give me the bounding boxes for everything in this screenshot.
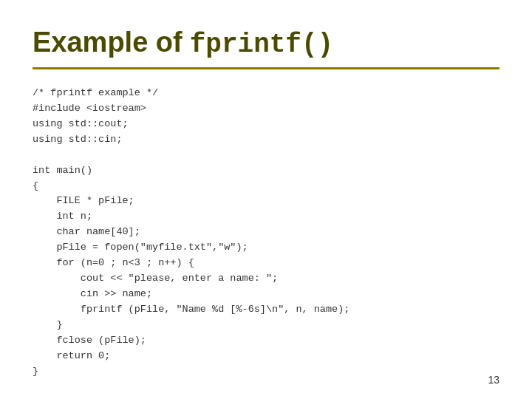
code-line: int main()	[33, 163, 499, 179]
code-block: /* fprintf example */#include <iostream>…	[33, 86, 499, 380]
title-area: Example of fprintf()	[33, 27, 499, 69]
title-plain-text: Example of	[33, 27, 183, 58]
code-line: int n;	[33, 209, 499, 225]
code-line: fclose (pFile);	[33, 333, 499, 349]
code-line: /* fprintf example */	[33, 86, 499, 101]
code-line: }	[33, 364, 499, 380]
code-line: pFile = fopen("myfile.txt","w");	[33, 240, 499, 256]
page-number: 13	[488, 374, 499, 386]
code-line: for (n=0 ; n<3 ; n++) {	[33, 256, 499, 271]
code-line: cout << "please, enter a name: ";	[33, 271, 499, 287]
code-line: }	[33, 318, 499, 333]
code-line: fprintf (pFile, "Name %d [%-6s]\n", n, n…	[33, 302, 499, 318]
code-line: using std::cout;	[33, 117, 499, 132]
slide: Example of fprintf() /* fprintf example …	[0, 0, 532, 399]
code-line: char name[40];	[33, 225, 499, 240]
code-line: #include <iostream>	[33, 101, 499, 117]
code-line: cin >> name;	[33, 287, 499, 302]
code-line: return 0;	[33, 349, 499, 364]
code-line: FILE * pFile;	[33, 194, 499, 209]
code-line: {	[33, 179, 499, 194]
title-code-text: fprintf()	[190, 30, 333, 60]
code-line: using std::cin;	[33, 132, 499, 148]
code-line	[33, 148, 499, 163]
slide-title: Example of fprintf()	[33, 27, 499, 60]
